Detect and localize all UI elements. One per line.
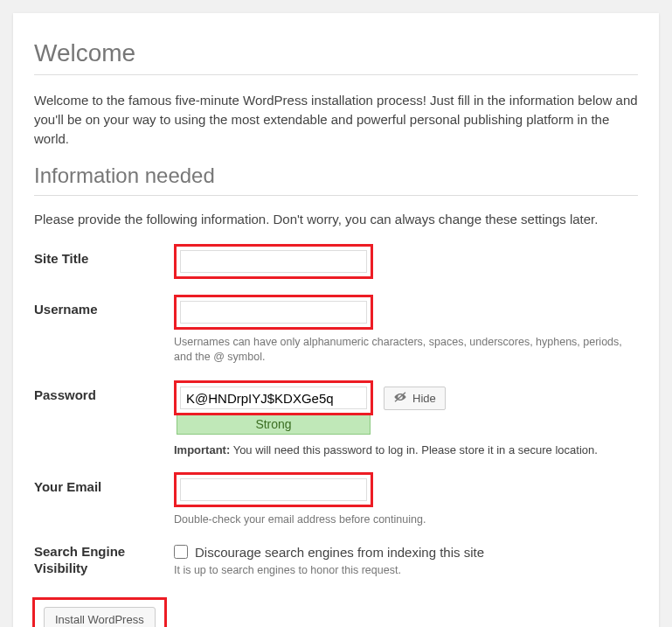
divider: [34, 195, 638, 196]
username-input[interactable]: [180, 301, 367, 324]
install-card: Welcome Welcome to the famous five-minut…: [13, 13, 659, 627]
divider: [34, 74, 638, 75]
row-username: Username Usernames can have only alphanu…: [34, 295, 638, 365]
site-title-input[interactable]: [180, 250, 367, 273]
password-input[interactable]: [180, 387, 367, 409]
intro-text: Welcome to the famous five-minute WordPr…: [34, 91, 638, 148]
hide-password-button[interactable]: Hide: [384, 387, 446, 410]
highlight-install: Install WordPress: [32, 597, 167, 627]
highlight-username: [174, 295, 373, 330]
password-important-note: Important: You will need this password t…: [174, 443, 638, 456]
highlight-password: [174, 380, 373, 415]
row-site-title: Site Title: [34, 244, 638, 279]
discourage-search-checkbox[interactable]: [174, 545, 188, 559]
row-search-visibility: Search Engine Visibility Discourage sear…: [34, 543, 638, 578]
row-email: Your Email Double-check your email addre…: [34, 472, 638, 527]
subintro-text: Please provide the following information…: [34, 212, 638, 226]
discourage-search-label: Discourage search engines from indexing …: [195, 545, 484, 560]
eye-slash-icon: [393, 391, 407, 406]
hint-username: Usernames can have only alphanumeric cha…: [174, 335, 628, 365]
install-wordpress-button[interactable]: Install WordPress: [44, 607, 156, 627]
heading-info-needed: Information needed: [34, 164, 638, 188]
heading-welcome: Welcome: [34, 39, 638, 67]
email-input[interactable]: [180, 478, 367, 501]
highlight-site-title: [174, 244, 373, 279]
highlight-email: [174, 472, 373, 507]
label-your-email: Your Email: [34, 472, 174, 494]
hint-email: Double-check your email address before c…: [174, 512, 628, 527]
label-username: Username: [34, 295, 174, 317]
hint-search: It is up to search engines to honor this…: [174, 563, 628, 578]
important-text: You will need this password to log in. P…: [230, 443, 598, 456]
label-search-visibility: Search Engine Visibility: [34, 543, 174, 577]
important-label: Important:: [174, 443, 230, 456]
password-strength-meter: Strong: [177, 414, 371, 435]
row-password: Password Hide Strong Important: You will…: [34, 380, 638, 456]
label-password: Password: [34, 380, 174, 402]
label-site-title: Site Title: [34, 244, 174, 266]
hide-button-label: Hide: [412, 392, 436, 405]
